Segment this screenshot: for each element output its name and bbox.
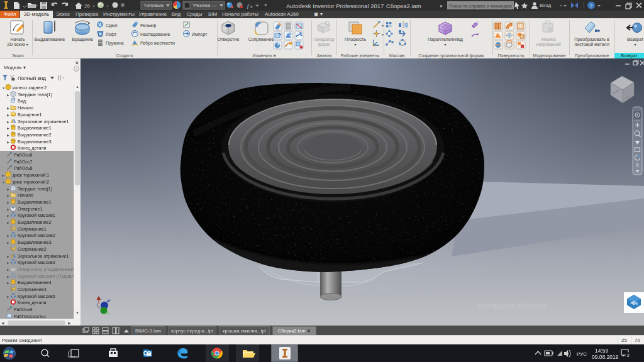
svg-text:?: ? [590, 3, 593, 9]
svg-text:09.08.2019: 09.08.2019 [592, 354, 619, 360]
svg-text:Активация Windows: Активация Windows [478, 302, 548, 310]
svg-text:Вход: Вход [540, 3, 551, 8]
svg-text:26: 26 [84, 3, 90, 9]
svg-text:14:59: 14:59 [595, 348, 609, 354]
svg-text:+: + [255, 2, 259, 9]
svg-text:f: f [247, 3, 250, 9]
svg-text:Чтобы активировать Windows, пе: Чтобы активировать Windows, перейдите в … [478, 314, 582, 319]
svg-text:РУС: РУС [577, 351, 587, 357]
svg-text:Полный вид: Полный вид [18, 75, 46, 81]
svg-text:"Резина —: "Резина — [192, 3, 216, 8]
svg-text:x: x [250, 4, 253, 9]
svg-text:"Параметры".: "Параметры". [478, 321, 506, 326]
svg-text:Типовые: Типовые [143, 3, 164, 8]
svg-text:2: 2 [627, 353, 630, 358]
